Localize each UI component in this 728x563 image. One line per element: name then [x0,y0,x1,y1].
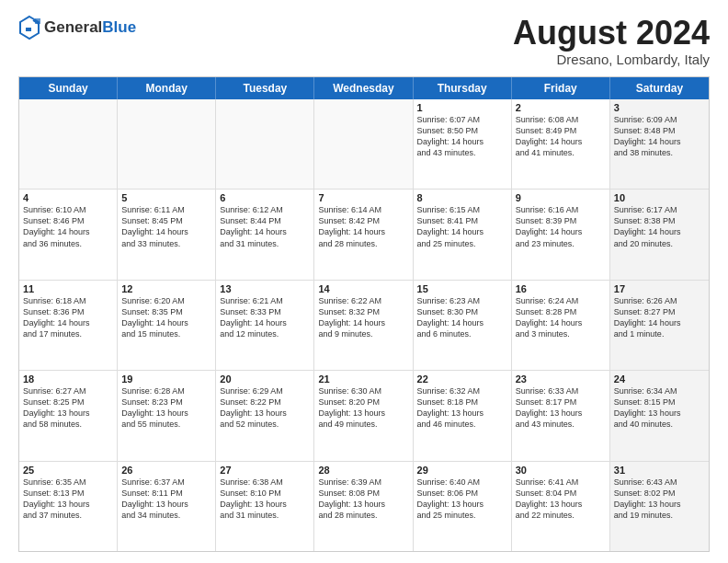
cal-cell [216,99,314,189]
cell-info: Sunrise: 6:20 AM Sunset: 8:35 PM Dayligh… [121,295,211,340]
cal-cell: 17Sunrise: 6:26 AM Sunset: 8:27 PM Dayli… [610,281,709,370]
cal-cell: 8Sunrise: 6:15 AM Sunset: 8:41 PM Daylig… [414,190,512,279]
cal-cell: 28Sunrise: 6:39 AM Sunset: 8:08 PM Dayli… [314,462,413,551]
day-number: 26 [121,465,211,476]
logo-text: GeneralBlue [44,18,136,37]
day-number: 17 [614,283,705,294]
cal-header-monday: Monday [118,77,216,99]
page: GeneralBlue August 2024 Dresano, Lombard… [0,0,728,563]
cal-cell: 20Sunrise: 6:29 AM Sunset: 8:22 PM Dayli… [216,371,314,460]
cal-cell: 21Sunrise: 6:30 AM Sunset: 8:20 PM Dayli… [314,371,413,460]
cell-info: Sunrise: 6:09 AM Sunset: 8:48 PM Dayligh… [614,114,705,159]
cal-cell: 31Sunrise: 6:43 AM Sunset: 8:02 PM Dayli… [610,462,709,551]
cal-cell [118,99,216,189]
cell-info: Sunrise: 6:24 AM Sunset: 8:28 PM Dayligh… [516,295,606,340]
logo-blue: Blue [102,18,136,36]
cal-header-sunday: Sunday [19,77,118,99]
cal-header-tuesday: Tuesday [216,77,314,99]
cal-cell: 1Sunrise: 6:07 AM Sunset: 8:50 PM Daylig… [414,99,512,189]
svg-marker-1 [35,18,40,24]
day-number: 27 [220,465,310,476]
cell-info: Sunrise: 6:14 AM Sunset: 8:42 PM Dayligh… [318,204,408,249]
cal-cell: 5Sunrise: 6:11 AM Sunset: 8:45 PM Daylig… [118,190,216,279]
cal-cell: 26Sunrise: 6:37 AM Sunset: 8:11 PM Dayli… [118,462,216,551]
cell-info: Sunrise: 6:11 AM Sunset: 8:45 PM Dayligh… [121,204,211,249]
cal-cell: 13Sunrise: 6:21 AM Sunset: 8:33 PM Dayli… [216,281,314,370]
cell-info: Sunrise: 6:12 AM Sunset: 8:44 PM Dayligh… [220,204,310,249]
cal-cell: 4Sunrise: 6:10 AM Sunset: 8:46 PM Daylig… [19,190,118,279]
cell-info: Sunrise: 6:17 AM Sunset: 8:38 PM Dayligh… [614,204,705,249]
day-number: 11 [23,283,113,294]
cell-info: Sunrise: 6:07 AM Sunset: 8:50 PM Dayligh… [417,114,507,159]
day-number: 5 [121,192,211,203]
day-number: 16 [516,283,606,294]
day-number: 19 [121,373,211,385]
day-number: 3 [614,102,705,113]
cell-info: Sunrise: 6:38 AM Sunset: 8:10 PM Dayligh… [220,477,310,522]
logo-general: General [44,18,102,36]
cell-info: Sunrise: 6:28 AM Sunset: 8:23 PM Dayligh… [121,385,211,431]
day-number: 12 [121,283,211,294]
cal-week-4: 18Sunrise: 6:27 AM Sunset: 8:25 PM Dayli… [19,371,709,461]
day-number: 4 [23,192,113,203]
day-number: 20 [220,373,310,385]
calendar-body: 1Sunrise: 6:07 AM Sunset: 8:50 PM Daylig… [19,99,709,551]
cal-cell: 7Sunrise: 6:14 AM Sunset: 8:42 PM Daylig… [314,190,413,279]
calendar: SundayMondayTuesdayWednesdayThursdayFrid… [18,76,710,552]
day-number: 28 [318,465,408,476]
cell-info: Sunrise: 6:21 AM Sunset: 8:33 PM Dayligh… [220,295,310,340]
day-number: 13 [220,283,310,294]
day-number: 9 [516,192,606,203]
cal-cell [19,99,118,189]
cal-cell: 12Sunrise: 6:20 AM Sunset: 8:35 PM Dayli… [118,281,216,370]
cell-info: Sunrise: 6:29 AM Sunset: 8:22 PM Dayligh… [220,385,310,431]
cal-cell: 22Sunrise: 6:32 AM Sunset: 8:18 PM Dayli… [414,371,512,460]
cal-cell: 23Sunrise: 6:33 AM Sunset: 8:17 PM Dayli… [512,371,610,460]
cal-cell [314,99,413,189]
cal-cell: 9Sunrise: 6:16 AM Sunset: 8:39 PM Daylig… [512,190,610,279]
header: GeneralBlue August 2024 Dresano, Lombard… [18,15,710,67]
cell-info: Sunrise: 6:22 AM Sunset: 8:32 PM Dayligh… [318,295,408,340]
cell-info: Sunrise: 6:30 AM Sunset: 8:20 PM Dayligh… [318,385,408,431]
day-number: 23 [516,373,606,385]
title-block: August 2024 Dresano, Lombardy, Italy [513,15,710,67]
cell-info: Sunrise: 6:23 AM Sunset: 8:30 PM Dayligh… [417,295,507,340]
day-number: 14 [318,283,408,294]
cal-cell: 30Sunrise: 6:41 AM Sunset: 8:04 PM Dayli… [512,462,610,551]
day-number: 24 [614,373,705,385]
month-year: August 2024 [513,15,710,52]
location: Dresano, Lombardy, Italy [513,52,710,67]
day-number: 7 [318,192,408,203]
cell-info: Sunrise: 6:41 AM Sunset: 8:04 PM Dayligh… [516,477,606,522]
cal-cell: 6Sunrise: 6:12 AM Sunset: 8:44 PM Daylig… [216,190,314,279]
cell-info: Sunrise: 6:18 AM Sunset: 8:36 PM Dayligh… [23,295,113,340]
cell-info: Sunrise: 6:15 AM Sunset: 8:41 PM Dayligh… [417,204,507,249]
cell-info: Sunrise: 6:08 AM Sunset: 8:49 PM Dayligh… [516,114,606,159]
cal-week-5: 25Sunrise: 6:35 AM Sunset: 8:13 PM Dayli… [19,462,709,551]
cal-cell: 14Sunrise: 6:22 AM Sunset: 8:32 PM Dayli… [314,281,413,370]
cal-cell: 10Sunrise: 6:17 AM Sunset: 8:38 PM Dayli… [610,190,709,279]
calendar-header: SundayMondayTuesdayWednesdayThursdayFrid… [19,77,709,99]
logo: GeneralBlue [18,15,136,40]
day-number: 18 [23,373,113,385]
cal-cell: 15Sunrise: 6:23 AM Sunset: 8:30 PM Dayli… [414,281,512,370]
day-number: 1 [417,102,507,113]
cell-info: Sunrise: 6:39 AM Sunset: 8:08 PM Dayligh… [318,477,408,522]
day-number: 30 [516,465,606,476]
cal-header-saturday: Saturday [610,77,709,99]
cal-cell: 16Sunrise: 6:24 AM Sunset: 8:28 PM Dayli… [512,281,610,370]
cell-info: Sunrise: 6:27 AM Sunset: 8:25 PM Dayligh… [23,385,113,431]
day-number: 31 [614,465,705,476]
cal-week-3: 11Sunrise: 6:18 AM Sunset: 8:36 PM Dayli… [19,281,709,371]
cell-info: Sunrise: 6:40 AM Sunset: 8:06 PM Dayligh… [417,477,507,522]
day-number: 21 [318,373,408,385]
cell-info: Sunrise: 6:35 AM Sunset: 8:13 PM Dayligh… [23,477,113,522]
day-number: 8 [417,192,507,203]
cal-cell: 11Sunrise: 6:18 AM Sunset: 8:36 PM Dayli… [19,281,118,370]
day-number: 29 [417,465,507,476]
cell-info: Sunrise: 6:26 AM Sunset: 8:27 PM Dayligh… [614,295,705,340]
cell-info: Sunrise: 6:33 AM Sunset: 8:17 PM Dayligh… [516,385,606,431]
cal-cell: 3Sunrise: 6:09 AM Sunset: 8:48 PM Daylig… [610,99,709,189]
day-number: 15 [417,283,507,294]
cell-info: Sunrise: 6:10 AM Sunset: 8:46 PM Dayligh… [23,204,113,249]
